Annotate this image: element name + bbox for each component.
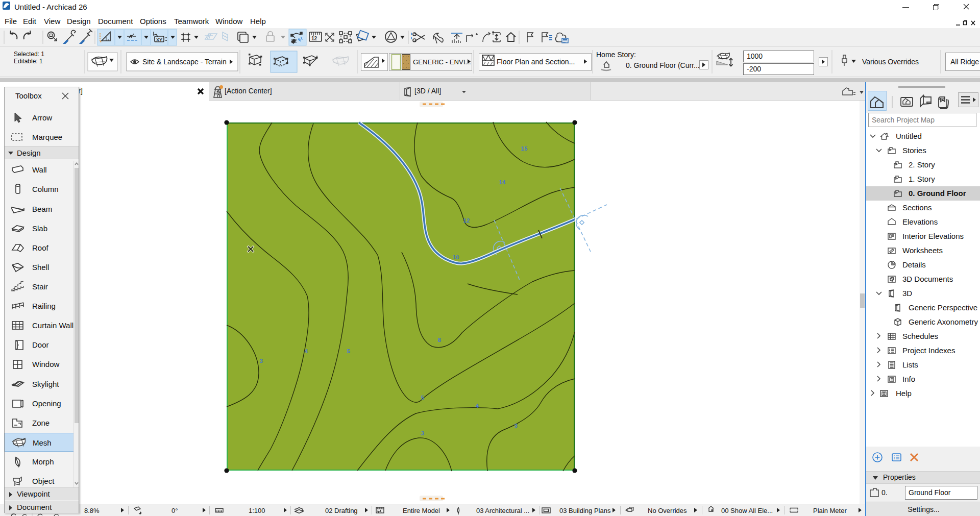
svg-text:XY: XY — [156, 37, 162, 42]
svg-text:12: 12 — [463, 217, 470, 224]
svg-text:Site & Landscape - Terrain: Site & Landscape - Terrain — [142, 58, 227, 66]
svg-text:8: 8 — [438, 337, 442, 343]
svg-text:15: 15 — [521, 145, 528, 152]
svg-text:3: 3 — [260, 358, 263, 364]
svg-text:3: 3 — [421, 430, 424, 436]
svg-text:1000: 1000 — [747, 52, 763, 60]
svg-text:4: 4 — [476, 403, 479, 409]
svg-text:5: 5 — [421, 395, 425, 401]
svg-text:5: 5 — [347, 348, 351, 354]
svg-text:-200: -200 — [747, 65, 761, 73]
svg-text:GENERIC - ENVI...: GENERIC - ENVI... — [413, 58, 471, 66]
svg-text:Various Overrides: Various Overrides — [862, 58, 919, 66]
svg-text:3: 3 — [514, 423, 518, 429]
svg-text:14: 14 — [499, 179, 506, 185]
svg-text:12: 12 — [311, 36, 317, 41]
svg-text:4: 4 — [305, 348, 308, 354]
svg-text:Home Story:: Home Story: — [596, 51, 636, 59]
svg-text:0. Ground Floor (Curr...: 0. Ground Floor (Curr... — [626, 61, 700, 69]
svg-text:10: 10 — [453, 254, 459, 260]
svg-text:All Ridge: All Ridge — [950, 58, 979, 66]
svg-text:Floor Plan and Section...: Floor Plan and Section... — [497, 58, 575, 66]
